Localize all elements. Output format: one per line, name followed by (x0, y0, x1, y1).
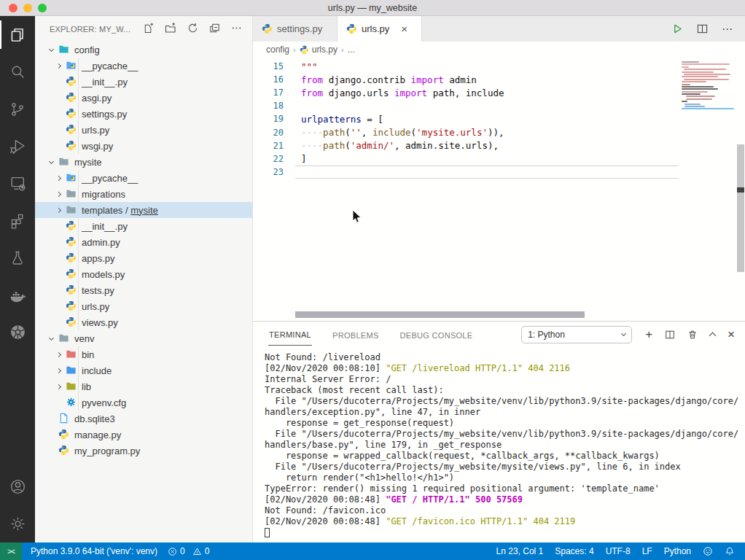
problems-status[interactable]: 0 0 (168, 546, 209, 556)
tree-item-models.py[interactable]: models.py (35, 266, 252, 282)
tab-settings.py[interactable]: settings.py (253, 16, 338, 42)
split-terminal-icon[interactable] (665, 330, 675, 340)
tree-item-wsgi.py[interactable]: wsgi.py (35, 138, 252, 154)
line-number: 20 (253, 128, 295, 138)
tree-item-mysite[interactable]: mysite (35, 154, 252, 170)
vertical-scrollbar[interactable] (737, 144, 744, 272)
maximize-panel-icon[interactable] (709, 332, 717, 339)
panel-tab-terminal[interactable]: TERMINAL (268, 323, 312, 346)
traffic-lights (9, 4, 47, 12)
chevron-right-icon[interactable] (52, 353, 64, 357)
tree-item-__init__.py[interactable]: __init__.py (35, 74, 252, 90)
activitybar-run-debug-icon[interactable] (0, 128, 35, 165)
code-line-20[interactable]: 20····path('', include('mysite.urls')), (253, 125, 745, 139)
tree-item-urls.py[interactable]: urls.py (35, 122, 252, 138)
activitybar-account-icon[interactable] (0, 468, 35, 505)
breadcrumb-item-...[interactable]: ... (348, 44, 355, 55)
tab-urls.py[interactable]: urls.py× (338, 16, 422, 42)
breadcrumb-item-urls.py[interactable]: urls.py (300, 44, 338, 55)
panel-tab-problems[interactable]: PROBLEMS (332, 324, 380, 346)
activitybar-extensions-icon[interactable] (0, 202, 35, 239)
tree-item-manage.py[interactable]: manage.py (35, 427, 252, 443)
activitybar-explorer-icon[interactable] (0, 16, 35, 53)
new-terminal-icon[interactable]: + (645, 328, 652, 341)
chevron-down-icon[interactable] (45, 49, 57, 51)
breadcrumb-item-config[interactable]: config (266, 44, 289, 55)
tree-item-lib[interactable]: lib (35, 378, 252, 394)
minimize-window-button[interactable] (23, 4, 32, 12)
chevron-right-icon[interactable] (52, 385, 64, 389)
tree-item-include[interactable]: include (35, 362, 252, 378)
code-line-22[interactable]: 22] (253, 152, 745, 166)
status-utf-8[interactable]: UTF-8 (606, 546, 631, 556)
code-editor[interactable]: 15"""16from django.contrib import admin1… (253, 58, 745, 321)
zoom-window-button[interactable] (38, 4, 47, 12)
code-line-23[interactable]: 23 (253, 166, 745, 179)
activitybar-kubernetes-icon[interactable] (0, 314, 35, 351)
tree-item-migrations[interactable]: migrations (35, 186, 252, 202)
panel-tab-debug-console[interactable]: DEBUG CONSOLE (399, 324, 474, 346)
activitybar-remote-explorer-icon[interactable] (0, 165, 35, 202)
new-folder-icon[interactable] (165, 22, 176, 36)
activitybar-docker-icon[interactable] (0, 276, 35, 314)
activitybar-settings-icon[interactable] (0, 505, 35, 542)
code-line-18[interactable]: 18 (253, 99, 745, 112)
status-python[interactable]: Python (664, 546, 691, 556)
more-actions-icon[interactable]: ⋯ (722, 23, 733, 36)
chevron-down-icon[interactable] (45, 161, 57, 163)
tree-item-tests.py[interactable]: tests.py (35, 282, 252, 298)
code-line-19[interactable]: 19urlpatterns = [ (253, 112, 745, 125)
tree-item-views.py[interactable]: views.py (35, 314, 252, 330)
chevron-right-icon[interactable] (52, 209, 64, 212)
more-icon[interactable] (231, 23, 242, 36)
status-spaces-4[interactable]: Spaces: 4 (555, 546, 593, 556)
code-line-17[interactable]: 17from django.urls import path, include (253, 86, 745, 99)
status-ln-23-col-1[interactable]: Ln 23, Col 1 (496, 546, 544, 556)
terminal-output[interactable]: Not Found: /livereload[02/Nov/2020 00:08… (253, 347, 745, 542)
close-panel-icon[interactable]: × (728, 328, 735, 341)
chevron-right-icon[interactable] (52, 64, 64, 68)
tree-item-__pycache__[interactable]: __pycache__ (35, 170, 252, 186)
tree-item-__init__.py[interactable]: __init__.py (35, 218, 252, 234)
horizontal-scrollbar[interactable] (295, 311, 585, 318)
tree-item-asgi.py[interactable]: asgi.py (35, 90, 252, 106)
code-line-16[interactable]: 16from django.contrib import admin (253, 73, 745, 86)
code-line-15[interactable]: 15""" (253, 60, 745, 73)
status-lf[interactable]: LF (642, 546, 652, 556)
tree-item-apps.py[interactable]: apps.py (35, 250, 252, 266)
tree-item-my_program.py[interactable]: my_program.py (35, 443, 252, 459)
run-button[interactable] (672, 23, 683, 34)
refresh-icon[interactable] (187, 23, 198, 36)
terminal-selector-dropdown[interactable]: 1: Python (521, 326, 632, 343)
tree-item-pyvenv.cfg[interactable]: pyvenv.cfg (35, 394, 252, 411)
main-area: EXPLORER: MY_W... config__pycache____ini… (0, 16, 745, 542)
feedback-icon[interactable] (703, 546, 713, 556)
python-interpreter-status[interactable]: Python 3.9.0 64-bit ('venv': venv) (31, 546, 157, 556)
notifications-bell-icon[interactable] (725, 546, 735, 556)
close-window-button[interactable] (9, 4, 17, 12)
collapse-all-icon[interactable] (209, 23, 220, 36)
tree-item-bin[interactable]: bin (35, 346, 252, 362)
activitybar-testing-icon[interactable] (0, 239, 35, 276)
tree-item-admin.py[interactable]: admin.py (35, 234, 252, 250)
remote-indicator[interactable]: >< (0, 542, 22, 560)
split-editor-icon[interactable] (697, 23, 708, 34)
tree-item-venv[interactable]: venv (35, 330, 252, 346)
code-line-21[interactable]: 21····path('admin/', admin.site.urls), (253, 139, 745, 152)
tree-item-config[interactable]: config (35, 42, 252, 58)
kill-terminal-icon[interactable] (687, 330, 698, 340)
activitybar-search-icon[interactable] (0, 53, 35, 90)
chevron-down-icon[interactable] (45, 338, 57, 340)
new-file-icon[interactable] (143, 23, 154, 36)
chevron-right-icon[interactable] (52, 369, 64, 373)
tree-item-templates-mysite[interactable]: templates / mysite (35, 202, 252, 218)
chevron-right-icon[interactable] (52, 176, 64, 180)
close-tab-icon[interactable]: × (401, 23, 407, 34)
tree-item-__pycache__[interactable]: __pycache__ (35, 58, 252, 74)
minimap[interactable] (682, 61, 736, 111)
tree-item-urls.py[interactable]: urls.py (35, 298, 252, 314)
chevron-right-icon[interactable] (52, 192, 64, 196)
tree-item-settings.py[interactable]: settings.py (35, 106, 252, 122)
tree-item-db.sqlite3[interactable]: db.sqlite3 (35, 411, 252, 427)
activitybar-source-control-icon[interactable] (0, 90, 35, 128)
